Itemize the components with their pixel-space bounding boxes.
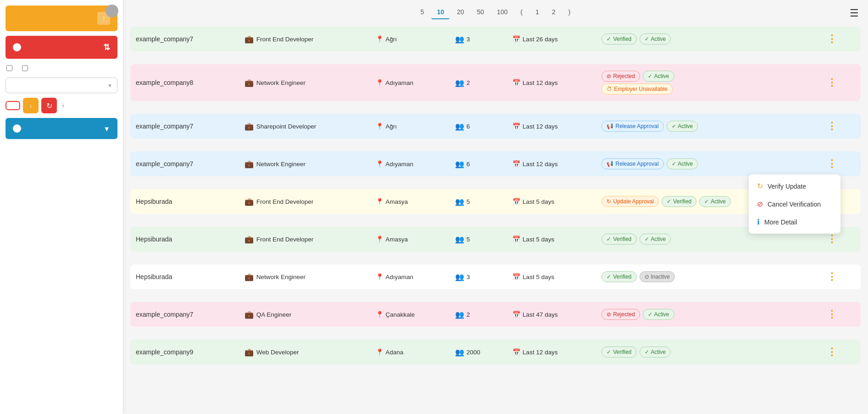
more-actions-button[interactable]: ⋮ <box>824 120 840 132</box>
company-cell: example_company7 <box>130 114 239 139</box>
location-name: Amasya <box>385 198 408 205</box>
location-name: Adıyaman <box>385 79 413 86</box>
alphabetic-checkbox[interactable] <box>22 65 30 71</box>
more-actions-button[interactable]: ⋮ <box>824 77 840 89</box>
date-value: Last 12 days <box>523 161 558 168</box>
calendar-icon: 📅 <box>512 198 520 205</box>
badge-active: ✓Active <box>667 158 698 169</box>
job-title: Network Engineer <box>256 79 306 86</box>
page-item-100[interactable]: 100 <box>491 6 513 19</box>
company-name: Hepsiburada <box>136 273 172 280</box>
company-cell: example_company7 <box>130 27 239 51</box>
date-value: Last 5 days <box>523 236 554 243</box>
briefcase-icon: 💼 <box>245 78 254 87</box>
sort-button[interactable]: ⇅ <box>6 36 117 59</box>
date-cell: 📅Last 5 days <box>507 227 596 252</box>
more-actions-button[interactable]: ⋮ <box>824 346 840 358</box>
date-value: Last 12 days <box>523 123 558 130</box>
page-item-5[interactable]: 5 <box>415 6 430 19</box>
date-checkbox[interactable] <box>6 65 15 71</box>
people-count: 6 <box>467 123 470 130</box>
field-select[interactable]: ▾ <box>6 78 117 93</box>
people-cell: 👥6 <box>450 114 507 139</box>
date-value: Last 12 days <box>523 349 558 356</box>
briefcase-icon: 💼 <box>245 35 254 44</box>
date-value: Last 12 days <box>523 79 558 86</box>
page-item-20[interactable]: 20 <box>451 6 470 19</box>
people-icon: 👥 <box>455 310 464 319</box>
more-actions-button[interactable]: ⋮ <box>824 233 840 245</box>
filter-button[interactable]: ▼ <box>6 118 117 139</box>
more-actions-cell: ⋮ <box>818 264 861 289</box>
people-cell: 👥3 <box>450 27 507 51</box>
calendar-icon: 📅 <box>512 273 520 280</box>
company-cell: example_company9 <box>130 340 239 364</box>
filter-circle-icon <box>13 124 21 133</box>
job-title-cell: 💼Network Engineer <box>239 264 370 289</box>
hamburger-menu[interactable]: ☰ <box>850 7 859 19</box>
badge-verified: ✓Verified <box>601 271 636 282</box>
chevron-down-icon: ▾ <box>108 82 111 89</box>
table-row: example_company7💼Sharepoint Developer📍Ağ… <box>130 114 861 139</box>
context-menu-label: Verify Update <box>768 183 806 190</box>
location-name: Adıyaman <box>385 161 413 168</box>
apply-row: ↕ ↻ ↑ <box>6 98 117 113</box>
page-item-2[interactable]: 2 <box>546 6 561 19</box>
location-cell: 📍Adıyaman <box>370 151 450 176</box>
context-menu-item[interactable]: ℹMore Detail <box>749 213 840 231</box>
people-count: 3 <box>467 274 470 280</box>
location-pin-icon: 📍 <box>376 198 384 205</box>
people-count: 2000 <box>467 349 480 356</box>
context-menu-label: Cancel Verification <box>768 201 821 208</box>
more-actions-button[interactable]: ⋮ <box>824 33 840 45</box>
location-cell: 📍Amasya <box>370 227 450 252</box>
close-button[interactable] <box>106 5 118 17</box>
badge-update-approval: ↻Update Approval <box>601 196 659 207</box>
location-cell: 📍Adıyaman <box>370 264 450 289</box>
more-actions-button[interactable]: ⋮ <box>824 308 840 320</box>
table-row: example_company7💼Front End Developer📍Ağr… <box>130 27 861 51</box>
people-icon: 👥 <box>455 348 464 357</box>
sort-toggle-button[interactable]: ↕ <box>23 98 39 113</box>
company-cell: example_company7 <box>130 151 239 176</box>
briefcase-icon: 💼 <box>245 348 254 357</box>
more-actions-button[interactable]: ⋮ <box>824 271 840 283</box>
location-pin-icon: 📍 <box>376 123 384 130</box>
location-pin-icon: 📍 <box>376 273 384 280</box>
badge-inactive: ⊙Inactive <box>640 271 675 282</box>
calendar-icon: 📅 <box>512 160 520 168</box>
context-menu-item[interactable]: ↻Verify Update <box>749 177 840 195</box>
location-name: Ağrı <box>385 36 397 43</box>
page-item-)[interactable]: ) <box>563 6 576 19</box>
more-actions-button[interactable]: ⋮ <box>824 158 840 170</box>
job-title-cell: 💼Sharepoint Developer <box>239 114 370 139</box>
page-item-1[interactable]: 1 <box>530 6 545 19</box>
people-count: 2 <box>467 311 470 318</box>
context-menu: ↻Verify Update⊘Cancel VerificationℹMore … <box>749 174 840 234</box>
people-cell: 👥2 <box>450 64 507 101</box>
date-value: Last 26 days <box>523 36 558 43</box>
page-item-([interactable]: ( <box>515 6 528 19</box>
location-cell: 📍Ağrı <box>370 27 450 51</box>
more-actions-cell: ⋮ <box>818 114 861 139</box>
page-item-50[interactable]: 50 <box>472 6 490 19</box>
badge-active: ✓Active <box>640 34 671 45</box>
page-item-10[interactable]: 10 <box>431 6 450 19</box>
context-menu-item[interactable]: ⊘Cancel Verification <box>749 195 840 213</box>
job-title-cell: 💼Front End Developer <box>239 189 370 214</box>
badge-verified: ✓Verified <box>662 196 696 207</box>
badge-active: ✓Active <box>640 347 671 358</box>
job-title-cell: 💼Front End Developer <box>239 27 370 51</box>
people-cell: 👥2000 <box>450 340 507 364</box>
company-cell: example_company8 <box>130 64 239 101</box>
scroll-top-button[interactable]: ↑ <box>6 6 117 31</box>
date-value: Last 47 days <box>523 311 558 318</box>
apply-button[interactable] <box>6 101 20 110</box>
badges-cell: ✓Verified⊙Inactive <box>596 264 818 289</box>
refresh-button[interactable]: ↻ <box>41 98 57 113</box>
date-cell: 📅Last 12 days <box>507 151 596 176</box>
people-icon: 👥 <box>455 197 464 206</box>
location-pin-icon: 📍 <box>376 160 384 168</box>
location-cell: 📍Çanakkale <box>370 302 450 327</box>
badge-rejected: ⊘Rejected <box>601 71 640 82</box>
